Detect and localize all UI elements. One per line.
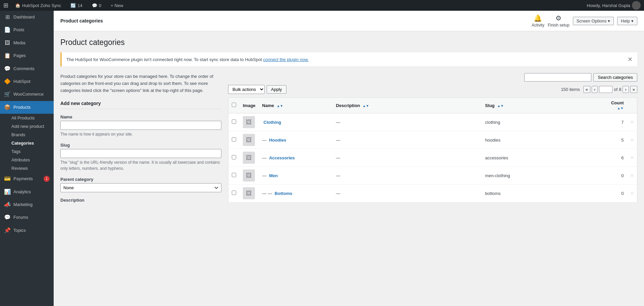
admin-bar-updates[interactable]: 🔄 14 (68, 0, 85, 11)
category-image-placeholder: 🖼 (243, 169, 255, 182)
sidebar-sub-brands[interactable]: Brands (0, 131, 54, 139)
select-all-checkbox[interactable] (232, 103, 236, 107)
products-submenu: All Products Add new product Brands Cate… (0, 114, 54, 172)
home-icon: 🏠 (15, 3, 20, 8)
name-input[interactable] (60, 121, 221, 130)
sidebar-sub-attributes[interactable]: Attributes (0, 156, 54, 164)
search-row: Search categories (228, 73, 637, 82)
analytics-icon: 📊 (4, 188, 11, 196)
admin-bar-site[interactable]: 🏠 HubSpot Zoho Sync (12, 0, 64, 11)
admin-bar-new[interactable]: + New (108, 0, 126, 11)
row-checkbox[interactable] (232, 173, 236, 177)
slug-input[interactable] (60, 149, 221, 158)
drag-handle-icon[interactable]: ≡ (631, 190, 634, 196)
sidebar-item-comments[interactable]: 💬 Comments (0, 62, 54, 75)
slug-hint: The "slug" is the URL-friendly version o… (60, 159, 221, 171)
screen-options-button[interactable]: Screen Options ▾ (573, 17, 614, 25)
comments-icon: 💬 (92, 3, 97, 8)
drag-handle-icon[interactable]: ≡ (631, 155, 634, 160)
col-description[interactable]: Description ▲▼ (333, 98, 482, 113)
row-checkbox[interactable] (232, 191, 236, 195)
name-label: Name (60, 114, 221, 119)
sidebar-sub-categories[interactable]: Categories (0, 139, 54, 147)
sidebar-item-media[interactable]: 🖼 Media (0, 37, 54, 49)
sidebar-item-dashboard[interactable]: ⊞ Dashboard (0, 11, 54, 23)
sidebar-sub-tags[interactable]: Tags (0, 147, 54, 156)
main-content: Product categories 🔔 Activity ⚙ Finish s… (54, 11, 644, 306)
category-slug: accessories (482, 149, 600, 167)
sidebar-item-topics[interactable]: 📌 Topics (0, 224, 54, 237)
category-name-link[interactable]: Accessories (269, 155, 295, 160)
search-categories-button[interactable]: Search categories (593, 73, 637, 82)
drag-handle-icon[interactable]: ≡ (631, 137, 634, 143)
category-count: 6 (600, 149, 627, 167)
next-page-button[interactable]: › (623, 86, 629, 93)
pagination: 150 items « ‹ 1 of 8 › » (561, 86, 637, 93)
notice-close-button[interactable]: ✕ (628, 56, 633, 63)
search-input[interactable] (524, 73, 591, 82)
row-checkbox[interactable] (232, 137, 236, 142)
finish-setup-button[interactable]: ⚙ Finish setup (548, 14, 570, 28)
user-greeting: Howdy, Harshal Gupta (587, 3, 630, 8)
admin-bar-new-label: + New (111, 3, 123, 8)
row-checkbox[interactable] (232, 155, 236, 159)
first-page-button[interactable]: « (583, 86, 590, 93)
current-page-input[interactable]: 1 (599, 86, 612, 93)
total-pages: 8 (619, 87, 621, 92)
category-description: — (333, 167, 482, 185)
sidebar-item-hubspot[interactable]: 🔶 HubSpot (0, 75, 54, 88)
sidebar-item-media-label: Media (13, 40, 25, 46)
wp-logo-icon[interactable]: ⊞ (3, 2, 8, 9)
admin-bar-updates-count: 14 (77, 3, 82, 8)
col-slug[interactable]: Slug ▲▼ (482, 98, 600, 113)
sidebar-item-payments[interactable]: 💳 Payments 1 (0, 172, 54, 185)
sidebar-item-pages[interactable]: 📋 Pages (0, 49, 54, 62)
admin-bar-comments[interactable]: 💬 0 (89, 0, 104, 11)
sidebar-item-forums[interactable]: 💬 Forums (0, 211, 54, 224)
sidebar-sub-add-new-product[interactable]: Add new product (0, 122, 54, 131)
parent-category-select[interactable]: None (60, 183, 221, 192)
description-sort-icon: ▲▼ (363, 104, 369, 108)
payments-badge: 1 (44, 176, 50, 182)
category-description: — (333, 185, 482, 202)
products-icon: 📦 (4, 104, 11, 111)
parent-category-field: Parent category None (60, 177, 221, 192)
last-page-button[interactable]: » (630, 86, 637, 93)
add-category-form: Product categories for your store can be… (60, 73, 221, 208)
category-count: 0 (600, 185, 627, 202)
sidebar-item-payments-label: Payments (13, 176, 33, 182)
activity-button[interactable]: 🔔 Activity (532, 14, 544, 28)
description-label: Description (60, 198, 221, 203)
sidebar-item-marketing-label: Marketing (13, 202, 33, 208)
bulk-actions-select[interactable]: Bulk actions Delete (228, 85, 265, 94)
sidebar-item-analytics[interactable]: 📊 Analytics (0, 186, 54, 198)
category-slug: clothing (482, 113, 600, 131)
admin-bar: ⊞ 🏠 HubSpot Zoho Sync 🔄 14 💬 0 + New How… (0, 0, 644, 11)
indent-text: — (262, 138, 268, 143)
col-count[interactable]: Count ▲▼ (600, 98, 627, 113)
sidebar-item-posts-label: Posts (13, 27, 24, 33)
apply-button[interactable]: Apply (267, 85, 286, 94)
help-button[interactable]: Help ▾ (617, 17, 637, 25)
prev-page-button[interactable]: ‹ (592, 86, 598, 93)
category-slug: bottoms (482, 185, 600, 202)
sidebar-item-woocommerce[interactable]: 🛒 WooCommerce (0, 88, 54, 101)
drag-handle-icon[interactable]: ≡ (631, 119, 634, 125)
slug-sort-icon: ▲▼ (497, 104, 504, 108)
col-name[interactable]: Name ▲▼ (259, 98, 333, 113)
drag-handle-icon[interactable]: ≡ (631, 172, 634, 178)
sidebar-item-analytics-label: Analytics (13, 189, 31, 195)
sidebar-sub-reviews[interactable]: Reviews (0, 164, 54, 172)
category-name-link[interactable]: Bottoms (275, 191, 292, 196)
sidebar-item-woocommerce-label: WooCommerce (13, 91, 44, 97)
category-name-link[interactable]: Men (269, 173, 278, 178)
row-checkbox[interactable] (232, 119, 236, 124)
sidebar-item-marketing[interactable]: 📣 Marketing (0, 198, 54, 211)
sidebar-item-products[interactable]: 📦 Products (0, 101, 54, 114)
notice-link[interactable]: connect the plugin now. (263, 57, 309, 62)
category-name-link[interactable]: Clothing (264, 120, 281, 125)
table-row: 🖼 Clothing — clothing 7 ≡ (228, 113, 637, 131)
sidebar-sub-all-products[interactable]: All Products (0, 114, 54, 122)
sidebar-item-posts[interactable]: 📄 Posts (0, 23, 54, 36)
category-name-link[interactable]: Hoodies (269, 138, 286, 143)
